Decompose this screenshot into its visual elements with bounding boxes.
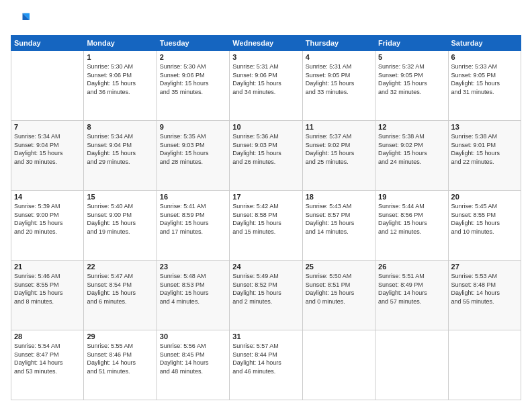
day-info: Sunrise: 5:54 AM Sunset: 8:47 PM Dayligh… (14, 342, 81, 375)
day-number: 17 (232, 193, 299, 201)
calendar-day-header: Friday (375, 36, 448, 51)
calendar-week-row: 1Sunrise: 5:30 AM Sunset: 9:06 PM Daylig… (11, 51, 521, 121)
calendar-table: SundayMondayTuesdayWednesdayThursdayFrid… (11, 35, 521, 400)
calendar-cell: 30Sunrise: 5:56 AM Sunset: 8:45 PM Dayli… (157, 330, 229, 400)
day-info: Sunrise: 5:32 AM Sunset: 9:05 PM Dayligh… (378, 62, 445, 96)
day-info: Sunrise: 5:47 AM Sunset: 8:54 PM Dayligh… (87, 272, 153, 306)
day-info: Sunrise: 5:31 AM Sunset: 9:06 PM Dayligh… (232, 62, 299, 96)
calendar-cell: 9Sunrise: 5:35 AM Sunset: 9:03 PM Daylig… (157, 121, 229, 191)
day-number: 10 (232, 123, 299, 131)
calendar-week-row: 28Sunrise: 5:54 AM Sunset: 8:47 PM Dayli… (11, 330, 521, 400)
calendar-cell: 31Sunrise: 5:57 AM Sunset: 8:44 PM Dayli… (230, 330, 302, 400)
day-number: 12 (378, 123, 445, 131)
calendar-day-header: Monday (84, 36, 157, 51)
calendar-cell: 11Sunrise: 5:37 AM Sunset: 9:02 PM Dayli… (302, 121, 375, 191)
calendar-cell: 16Sunrise: 5:41 AM Sunset: 8:59 PM Dayli… (157, 191, 229, 261)
day-info: Sunrise: 5:55 AM Sunset: 8:46 PM Dayligh… (87, 342, 153, 375)
day-info: Sunrise: 5:35 AM Sunset: 9:03 PM Dayligh… (160, 132, 226, 166)
calendar-day-header: Sunday (11, 36, 84, 51)
day-number: 4 (306, 53, 372, 61)
calendar-cell: 27Sunrise: 5:53 AM Sunset: 8:48 PM Dayli… (448, 261, 521, 330)
calendar-cell (448, 330, 521, 400)
calendar-day-header: Saturday (448, 36, 521, 51)
logo (11, 11, 32, 30)
calendar-cell: 1Sunrise: 5:30 AM Sunset: 9:06 PM Daylig… (84, 51, 157, 121)
day-number: 16 (160, 193, 226, 201)
day-number: 11 (306, 123, 372, 131)
day-number: 7 (14, 123, 81, 131)
day-info: Sunrise: 5:34 AM Sunset: 9:04 PM Dayligh… (14, 132, 81, 166)
day-info: Sunrise: 5:37 AM Sunset: 9:02 PM Dayligh… (306, 132, 372, 166)
calendar-cell: 19Sunrise: 5:44 AM Sunset: 8:56 PM Dayli… (375, 191, 448, 261)
logo-icon (11, 11, 30, 30)
day-info: Sunrise: 5:56 AM Sunset: 8:45 PM Dayligh… (160, 342, 226, 375)
calendar-cell: 13Sunrise: 5:38 AM Sunset: 9:01 PM Dayli… (448, 121, 521, 191)
day-number: 29 (87, 332, 153, 340)
day-info: Sunrise: 5:40 AM Sunset: 9:00 PM Dayligh… (87, 202, 153, 236)
calendar-cell (11, 51, 84, 121)
day-number: 6 (451, 53, 518, 61)
day-info: Sunrise: 5:38 AM Sunset: 9:02 PM Dayligh… (378, 132, 445, 166)
day-info: Sunrise: 5:31 AM Sunset: 9:05 PM Dayligh… (306, 62, 372, 96)
day-number: 13 (451, 123, 518, 131)
day-info: Sunrise: 5:46 AM Sunset: 8:55 PM Dayligh… (14, 272, 81, 306)
calendar-cell: 7Sunrise: 5:34 AM Sunset: 9:04 PM Daylig… (11, 121, 84, 191)
day-number: 18 (306, 193, 372, 201)
calendar-cell (302, 330, 375, 400)
calendar-cell: 26Sunrise: 5:51 AM Sunset: 8:49 PM Dayli… (375, 261, 448, 330)
day-info: Sunrise: 5:44 AM Sunset: 8:56 PM Dayligh… (378, 202, 445, 236)
calendar-cell: 3Sunrise: 5:31 AM Sunset: 9:06 PM Daylig… (230, 51, 302, 121)
day-number: 20 (451, 193, 518, 201)
day-number: 21 (14, 263, 81, 271)
day-number: 2 (160, 53, 226, 61)
day-info: Sunrise: 5:50 AM Sunset: 8:51 PM Dayligh… (306, 272, 372, 306)
day-number: 22 (87, 263, 153, 271)
day-info: Sunrise: 5:43 AM Sunset: 8:57 PM Dayligh… (306, 202, 372, 236)
day-info: Sunrise: 5:39 AM Sunset: 9:00 PM Dayligh… (14, 202, 81, 236)
calendar-cell: 14Sunrise: 5:39 AM Sunset: 9:00 PM Dayli… (11, 191, 84, 261)
calendar-cell: 28Sunrise: 5:54 AM Sunset: 8:47 PM Dayli… (11, 330, 84, 400)
calendar-cell (375, 330, 448, 400)
day-number: 1 (87, 53, 153, 61)
calendar-cell: 21Sunrise: 5:46 AM Sunset: 8:55 PM Dayli… (11, 261, 84, 330)
calendar-cell: 4Sunrise: 5:31 AM Sunset: 9:05 PM Daylig… (302, 51, 375, 121)
day-info: Sunrise: 5:42 AM Sunset: 8:58 PM Dayligh… (232, 202, 299, 236)
day-info: Sunrise: 5:45 AM Sunset: 8:55 PM Dayligh… (451, 202, 518, 236)
day-number: 9 (160, 123, 226, 131)
calendar-week-row: 21Sunrise: 5:46 AM Sunset: 8:55 PM Dayli… (11, 261, 521, 330)
day-number: 3 (232, 53, 299, 61)
day-info: Sunrise: 5:53 AM Sunset: 8:48 PM Dayligh… (451, 272, 518, 306)
calendar-day-header: Wednesday (230, 36, 302, 51)
calendar-cell: 29Sunrise: 5:55 AM Sunset: 8:46 PM Dayli… (84, 330, 157, 400)
day-number: 14 (14, 193, 81, 201)
calendar-cell: 6Sunrise: 5:33 AM Sunset: 9:05 PM Daylig… (448, 51, 521, 121)
day-number: 23 (160, 263, 226, 271)
calendar-cell: 23Sunrise: 5:48 AM Sunset: 8:53 PM Dayli… (157, 261, 229, 330)
calendar-week-row: 14Sunrise: 5:39 AM Sunset: 9:00 PM Dayli… (11, 191, 521, 261)
day-number: 27 (451, 263, 518, 271)
day-number: 26 (378, 263, 445, 271)
calendar-cell: 8Sunrise: 5:34 AM Sunset: 9:04 PM Daylig… (84, 121, 157, 191)
day-number: 8 (87, 123, 153, 131)
calendar-cell: 12Sunrise: 5:38 AM Sunset: 9:02 PM Dayli… (375, 121, 448, 191)
calendar-cell: 25Sunrise: 5:50 AM Sunset: 8:51 PM Dayli… (302, 261, 375, 330)
day-number: 19 (378, 193, 445, 201)
calendar-cell: 5Sunrise: 5:32 AM Sunset: 9:05 PM Daylig… (375, 51, 448, 121)
page: SundayMondayTuesdayWednesdayThursdayFrid… (0, 0, 532, 411)
day-number: 30 (160, 332, 226, 340)
day-number: 25 (306, 263, 372, 271)
calendar-cell: 18Sunrise: 5:43 AM Sunset: 8:57 PM Dayli… (302, 191, 375, 261)
day-info: Sunrise: 5:30 AM Sunset: 9:06 PM Dayligh… (160, 62, 226, 96)
calendar-day-header: Tuesday (157, 36, 229, 51)
day-number: 15 (87, 193, 153, 201)
day-info: Sunrise: 5:49 AM Sunset: 8:52 PM Dayligh… (232, 272, 299, 306)
day-info: Sunrise: 5:57 AM Sunset: 8:44 PM Dayligh… (232, 342, 299, 375)
day-info: Sunrise: 5:30 AM Sunset: 9:06 PM Dayligh… (87, 62, 153, 96)
day-info: Sunrise: 5:34 AM Sunset: 9:04 PM Dayligh… (87, 132, 153, 166)
day-info: Sunrise: 5:36 AM Sunset: 9:03 PM Dayligh… (232, 132, 299, 166)
day-info: Sunrise: 5:41 AM Sunset: 8:59 PM Dayligh… (160, 202, 226, 236)
day-info: Sunrise: 5:48 AM Sunset: 8:53 PM Dayligh… (160, 272, 226, 306)
calendar-cell: 10Sunrise: 5:36 AM Sunset: 9:03 PM Dayli… (230, 121, 302, 191)
header (11, 11, 521, 30)
calendar-cell: 17Sunrise: 5:42 AM Sunset: 8:58 PM Dayli… (230, 191, 302, 261)
